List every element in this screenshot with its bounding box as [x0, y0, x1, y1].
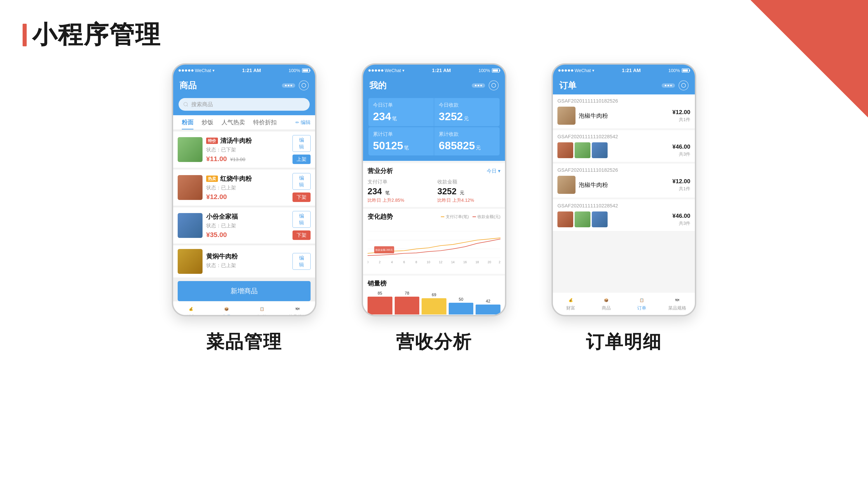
- product-image-2: [178, 175, 203, 200]
- tab-edit[interactable]: ✏ 编辑: [296, 119, 311, 126]
- svg-text:18: 18: [475, 261, 479, 264]
- bar-3: 69 牛筋粉: [422, 291, 446, 315]
- bottom-nav3-dingdan[interactable]: 📋 订单: [624, 296, 659, 311]
- product-edit-btn-4[interactable]: 编辑: [292, 253, 311, 270]
- nav-icons: [282, 80, 309, 90]
- status-right-2: 100%: [478, 68, 500, 73]
- bottom-nav3-caipin[interactable]: 🍽 菜品规格: [659, 296, 695, 311]
- product-list: 特价 清汤牛肉粉 状态：已下架 ¥11.00 ¥13.00 编辑 上架: [173, 130, 315, 279]
- svg-text:14: 14: [451, 261, 455, 264]
- search-input[interactable]: 搜索商品: [179, 98, 310, 111]
- bottom-nav3-shangpin[interactable]: 📦 商品: [588, 296, 624, 311]
- bottom-nav3-label-shangpin: 商品: [602, 305, 611, 311]
- stat-card-total-revenue: 累计收款 685825元: [434, 127, 500, 156]
- phone1: WeChat ▾ 1:21 AM 100% 商品: [172, 63, 316, 316]
- bar-fill-5: [475, 304, 500, 315]
- order-section-1: GSAF20201111110182526 泡椒牛肉粉 ¥12.00 共1件: [553, 94, 695, 128]
- tab-fenian[interactable]: 粉面: [178, 115, 197, 129]
- product-info-3: 小份全家福 状态：已上架 ¥35.00: [206, 213, 289, 238]
- trend-chart: 收款金额-395元 0 2 4 6 8 10 12 14 16 18 20 22: [368, 224, 500, 269]
- product-edit-btn-2[interactable]: 编辑: [292, 173, 311, 190]
- bar-1: 85 清汤牛肉粉: [368, 291, 393, 315]
- product-image-4: [178, 249, 203, 274]
- product-name-row-4: 黄焖牛肉粉: [206, 252, 289, 261]
- search-placeholder: 搜索商品: [191, 101, 213, 108]
- bottom-nav-shangpin[interactable]: 📦 商品: [209, 305, 244, 316]
- order-id-3: GSAF20201111110182526: [557, 167, 690, 173]
- header-accent: [23, 24, 27, 46]
- svg-text:16: 16: [463, 261, 467, 264]
- order-food-name-1: 泡椒牛肉粉: [579, 112, 669, 120]
- nav-circle-icon-2[interactable]: [489, 80, 499, 90]
- add-product-btn[interactable]: 新增商品: [178, 281, 311, 301]
- nav-dots-icon[interactable]: [282, 84, 295, 88]
- nav-dots-icon-2[interactable]: [472, 84, 485, 88]
- product-edit-btn-3[interactable]: 编辑: [292, 211, 311, 228]
- order-price-col-2: ¥46.00 共3件: [672, 143, 690, 157]
- order-price-4: ¥46.00: [672, 213, 690, 219]
- bottom-nav-caipin[interactable]: 🍽 菜品规格: [280, 305, 315, 316]
- legend-order-label: 支付订单(笔): [446, 214, 469, 219]
- bottom-nav3-label-caipin: 菜品规格: [668, 305, 686, 311]
- bottom-nav3-caifu[interactable]: 💰 财富: [553, 296, 588, 311]
- bottom-nav-caifu[interactable]: 💰 财富: [173, 305, 209, 316]
- product-edit-btn-1[interactable]: 编辑: [292, 135, 311, 152]
- signal-dots: [179, 69, 193, 72]
- order-price-3: ¥12.00: [672, 178, 690, 185]
- product-actions-1: 编辑 上架: [292, 135, 311, 164]
- bottom-nav-label-caifu: 财富: [186, 314, 195, 316]
- svg-text:2: 2: [379, 261, 381, 264]
- tabs-bar: 粉面 炒饭 人气热卖 特价折扣 ✏ 编辑: [173, 115, 315, 130]
- order-price-col-3: ¥12.00 共1件: [672, 178, 690, 192]
- signal-dots-2: [368, 69, 383, 72]
- order-food-img-4a: [557, 212, 573, 227]
- order-food-img-4b: [575, 212, 590, 227]
- product-badge-2: 热卖: [206, 175, 218, 182]
- bottom-nav-dingdan[interactable]: 📋 订单: [244, 305, 280, 316]
- order-section-3: GSAF20201111110182526 泡椒牛肉粉 ¥12.00 共1件: [553, 164, 695, 197]
- search-bar: 搜索商品: [173, 94, 315, 115]
- product-name-row-1: 特价 清汤牛肉粉: [206, 136, 289, 145]
- svg-point-0: [184, 102, 187, 106]
- phone1-label: 菜品管理: [206, 330, 282, 354]
- svg-text:6: 6: [403, 261, 405, 264]
- tab-discount[interactable]: 特价折扣: [249, 115, 281, 129]
- bottom-nav-label-shangpin: 商品: [222, 314, 231, 316]
- product-name-row-2: 热卖 红烧牛肉粉: [206, 174, 289, 183]
- product-action-btn-3[interactable]: 下架: [292, 230, 311, 240]
- page-header: 小程序管理: [23, 18, 161, 52]
- stat-card-total-order: 累计订单 50125笔: [368, 127, 434, 156]
- tab-chaofan[interactable]: 炒饭: [197, 115, 217, 129]
- box-icon-3: 📦: [602, 296, 610, 304]
- trend-section: 变化趋势 支付订单(笔) 收款金额(元): [363, 209, 505, 274]
- phone3-label: 订单明细: [586, 330, 662, 354]
- order-count-2: 共3件: [672, 151, 690, 157]
- product-price-row-3: ¥35.00: [206, 231, 289, 238]
- product-status-4: 状态：已上架: [206, 262, 289, 269]
- nav-circle-icon-3[interactable]: [679, 80, 688, 90]
- product-image-1: [178, 137, 203, 162]
- stat-card-today-order: 今日订单 234笔: [368, 98, 434, 126]
- product-old-price-1: ¥13.00: [230, 157, 245, 162]
- nav-icons-3: [662, 80, 688, 90]
- product-action-btn-1[interactable]: 上架: [292, 155, 311, 164]
- order-food-img-2b: [575, 142, 590, 158]
- order-food-img-3: [557, 176, 576, 194]
- phone2-label: 营收分析: [396, 330, 472, 354]
- order-section-2: GSAF20201111110228542 ¥46.00 共3件: [553, 130, 695, 162]
- product-info-2: 热卖 红烧牛肉粉 状态：已上架 ¥12.00: [206, 174, 289, 201]
- product-price-1: ¥11.00: [206, 155, 227, 162]
- signal-dots-3: [558, 69, 573, 72]
- phone1-bottom-nav: 💰 财富 📦 商品 📋 订单 🍽 菜品规格: [173, 301, 315, 316]
- today-select[interactable]: 今日 ▾: [487, 168, 500, 174]
- menu-icon: 🍽: [294, 305, 301, 313]
- nav-dots-icon-3[interactable]: [662, 84, 675, 88]
- status-right-3: 100%: [669, 68, 689, 73]
- bar-fill-2: [395, 297, 420, 315]
- battery-icon-3: [682, 68, 689, 72]
- tab-hotbuy[interactable]: 人气热卖: [217, 115, 249, 129]
- product-info-4: 黄焖牛肉粉 状态：已上架: [206, 252, 289, 271]
- nav-circle-icon[interactable]: [299, 80, 309, 90]
- product-action-btn-2[interactable]: 下架: [292, 193, 311, 202]
- sales-section: 销量榜 85 清汤牛肉粉 78 红烧牛肉粉: [363, 275, 505, 316]
